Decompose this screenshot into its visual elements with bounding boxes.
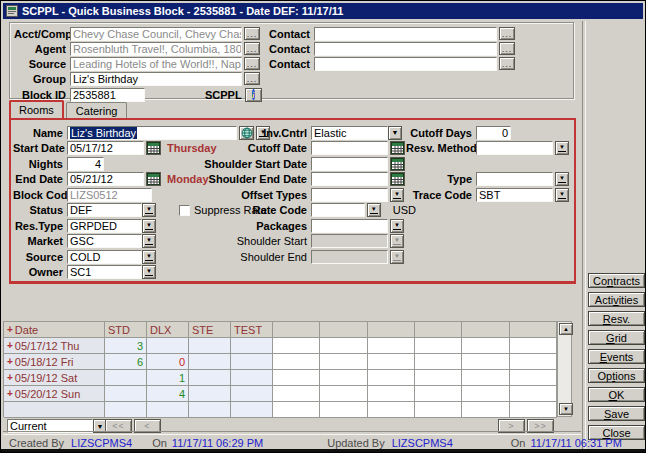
start-date-input[interactable]: 05/17/12 xyxy=(67,141,144,155)
tab-rooms[interactable]: Rooms xyxy=(9,100,64,118)
shoulder-end-date-input[interactable] xyxy=(311,172,388,186)
grid-value-cell[interactable] xyxy=(189,370,231,386)
nights-input[interactable]: 4 xyxy=(67,157,104,171)
resv-method-input[interactable] xyxy=(476,141,553,155)
market-input[interactable]: GSC xyxy=(67,234,142,248)
activities-button[interactable]: Activities xyxy=(588,292,645,307)
shoulder-start-date-input[interactable] xyxy=(311,157,388,171)
shoulder-end-date-calendar-button[interactable] xyxy=(390,172,405,186)
agent-input[interactable]: Rosenbluth Travel!, Columbia, 1800-roser xyxy=(70,42,242,56)
status-list-button[interactable]: ▼ xyxy=(142,203,156,217)
grid-value-cell[interactable]: 4 xyxy=(147,386,189,402)
resv-button[interactable]: Resv. xyxy=(588,311,645,326)
grid-scrollbar[interactable]: ▲ ▼ xyxy=(557,321,572,417)
scroll-up-icon[interactable]: ▲ xyxy=(559,323,573,335)
contact2-browse-button[interactable]: ... xyxy=(499,42,515,55)
source-code-input[interactable]: COLD xyxy=(67,250,142,264)
acct-comp-input[interactable]: Chevy Chase Council, Chevy Chase, 1800 xyxy=(70,27,242,41)
save-button[interactable]: Save xyxy=(588,406,645,421)
grid-button[interactable]: Grid xyxy=(588,330,645,345)
grid-date-cell[interactable]: +05/18/12 Fri xyxy=(4,354,105,370)
offset-types-list-button[interactable]: ▼ xyxy=(390,188,404,202)
contracts-button[interactable]: Contracts xyxy=(588,273,645,288)
grid-value-cell[interactable] xyxy=(189,354,231,370)
grid-value-cell[interactable] xyxy=(189,386,231,402)
source-list-button[interactable]: ▼ xyxy=(142,250,156,264)
end-date-calendar-button[interactable] xyxy=(146,172,161,186)
contact3-input[interactable] xyxy=(314,57,497,71)
type-list-button[interactable]: ▼ xyxy=(555,172,569,186)
tab-catering[interactable]: Catering xyxy=(66,102,128,118)
grid-value-cell[interactable] xyxy=(231,354,273,370)
cutoff-days-input[interactable]: 0 xyxy=(476,126,511,140)
grid-value-cell[interactable] xyxy=(231,386,273,402)
grid-value-cell[interactable]: 6 xyxy=(105,354,147,370)
grid-value-cell[interactable] xyxy=(105,370,147,386)
options-button[interactable]: Options xyxy=(588,368,645,383)
cutoff-date-calendar-button[interactable] xyxy=(390,141,405,155)
grid-empty-cell xyxy=(462,386,509,402)
grid-value-cell[interactable]: 1 xyxy=(147,370,189,386)
grid-value-cell[interactable] xyxy=(105,386,147,402)
grid-value-cell[interactable] xyxy=(231,338,273,354)
contact3-browse-button[interactable]: ... xyxy=(499,57,515,70)
source-input[interactable]: Leading Hotels of the World!!, Naples, 1… xyxy=(70,57,242,71)
grid-value-cell[interactable]: 3 xyxy=(105,338,147,354)
packages-list-button[interactable]: ▼ xyxy=(390,219,404,233)
contact1-browse-button[interactable]: ... xyxy=(499,27,515,40)
inv-cntrl-label: Inv.Cntrl xyxy=(201,127,311,139)
block-code-input[interactable]: LIZS0512 xyxy=(67,188,152,202)
grid-value-cell[interactable]: 0 xyxy=(147,354,189,370)
grid-value-cell-text: 4 xyxy=(179,388,185,400)
res-type-input[interactable]: GRPDED xyxy=(67,219,142,233)
grid-value-cell[interactable] xyxy=(231,370,273,386)
rate-code-list-button[interactable]: ▼ xyxy=(367,203,381,217)
rate-code-input[interactable] xyxy=(311,203,365,217)
type-input[interactable] xyxy=(476,172,553,186)
start-date-label: Start Date xyxy=(13,142,67,154)
grid-header-test-text: TEST xyxy=(234,324,262,336)
trace-code-input[interactable]: SBT xyxy=(476,188,553,202)
owner-list-button[interactable]: ▼ xyxy=(142,265,156,279)
grid-value-cell[interactable] xyxy=(189,402,231,418)
cutoff-date-input[interactable] xyxy=(311,141,388,155)
grid-value-cell[interactable] xyxy=(231,402,273,418)
suppress-rate-checkbox[interactable] xyxy=(179,205,190,216)
group-input[interactable]: Liz's Birthday xyxy=(70,72,242,86)
end-date-input[interactable]: 05/21/12 xyxy=(67,172,144,186)
grid-empty-cell xyxy=(320,402,367,418)
offset-types-input[interactable] xyxy=(311,188,388,202)
contact1-input[interactable] xyxy=(314,27,497,41)
grid-empty-cell xyxy=(320,354,367,370)
grid-value-cell-text: 0 xyxy=(179,356,185,368)
ok-button[interactable]: OK xyxy=(588,387,645,402)
status-input[interactable]: DEF xyxy=(67,203,142,217)
res-type-list-button[interactable]: ▼ xyxy=(142,219,156,233)
inv-cntrl-input[interactable]: Elastic xyxy=(311,126,388,140)
trace-code-list-button[interactable]: ▼ xyxy=(555,188,569,202)
grid-empty-cell xyxy=(462,370,509,386)
grid-date-cell[interactable]: +05/20/12 Sun xyxy=(4,386,105,402)
grid-date-cell[interactable]: +05/19/12 Sat xyxy=(4,370,105,386)
scroll-down-icon[interactable]: ▼ xyxy=(559,403,573,415)
inv-cntrl-dropdown-button[interactable]: ▼ xyxy=(388,126,402,140)
start-date-calendar-button[interactable] xyxy=(146,141,161,155)
group-browse-button[interactable]: ... xyxy=(244,72,260,85)
grid-value-cell[interactable] xyxy=(147,402,189,418)
created-by-value: LIZSCPMS4 xyxy=(71,437,132,449)
grid-value-cell[interactable] xyxy=(147,338,189,354)
resv-method-list-button[interactable]: ▼ xyxy=(555,141,569,155)
events-button[interactable]: Events xyxy=(588,349,645,364)
packages-input[interactable] xyxy=(311,219,388,233)
grid-date-cell[interactable]: +05/17/12 Thu xyxy=(4,338,105,354)
shoulder-start-date-calendar-button[interactable] xyxy=(390,157,405,171)
owner-input[interactable]: SC1 xyxy=(67,265,142,279)
contact2-input[interactable] xyxy=(314,42,497,56)
market-list-button[interactable]: ▼ xyxy=(142,234,156,248)
grid-value-cell[interactable] xyxy=(105,402,147,418)
button-label: tracts xyxy=(613,275,640,287)
grid-value-cell[interactable] xyxy=(189,338,231,354)
grid-date-cell[interactable] xyxy=(4,402,105,418)
info-button[interactable]: i xyxy=(245,88,262,102)
grid-header-std: STD xyxy=(105,322,147,338)
